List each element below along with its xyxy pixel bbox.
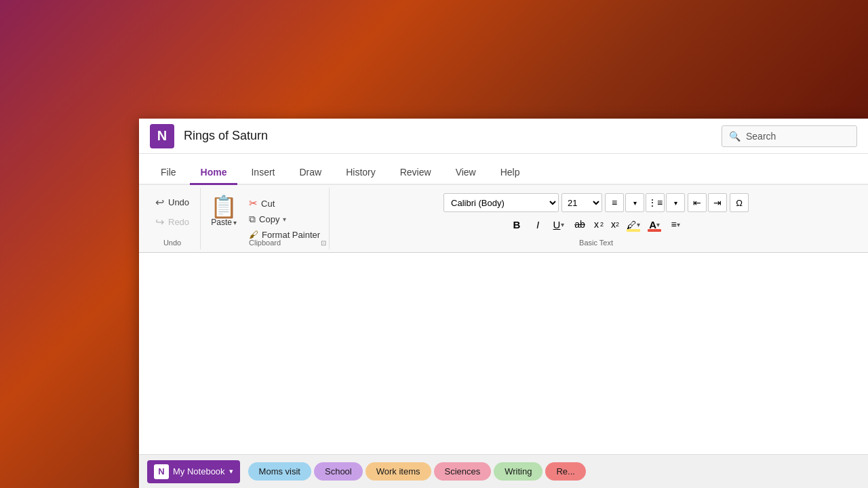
content-area[interactable] bbox=[139, 253, 868, 488]
undo-icon: ↩ bbox=[155, 196, 164, 209]
clipboard-right: ✂ Cut ⧉ Copy ▾ 🖌 Format Painter bbox=[245, 196, 323, 241]
undo-redo-container: ↩ Undo ↪ Redo bbox=[150, 193, 195, 231]
underline-dropdown-icon: ▾ bbox=[561, 221, 564, 228]
clipboard-expand-icon[interactable]: ⊡ bbox=[321, 239, 326, 247]
indent-buttons: ⇤ ⇥ bbox=[688, 193, 727, 212]
title-bar: N Rings of Saturn 🔍 Search bbox=[139, 119, 868, 154]
bullet-list-button[interactable]: ≡ bbox=[605, 193, 624, 212]
font-row2: B I U ▾ ab x2 x2 🖊 bbox=[507, 215, 685, 234]
search-icon: 🔍 bbox=[729, 131, 741, 142]
highlight-dropdown-icon: ▾ bbox=[637, 221, 640, 228]
notebook-bar: N My Notebook ▾ Moms visit School Work i… bbox=[139, 454, 868, 488]
clipboard-group-label: Clipboard bbox=[201, 239, 329, 247]
superscript-label: x bbox=[611, 219, 616, 230]
font-row1: Calibri (Body) 21 ≡ ▾ ⋮≡ ▾ ⇤ ⇥ Ω bbox=[443, 193, 749, 212]
superscript-button[interactable]: x2 bbox=[608, 215, 622, 234]
highlight-icon: 🖊 bbox=[627, 219, 637, 230]
onenote-logo-letter: N bbox=[157, 128, 167, 144]
list-buttons: ≡ ▾ ⋮≡ ▾ bbox=[605, 193, 685, 212]
clipboard-group: 📋 Paste ▾ ✂ Cut ⧉ Copy ▾ bbox=[201, 188, 330, 249]
strikethrough-button[interactable]: ab bbox=[570, 215, 589, 234]
font-color-icon: A bbox=[649, 219, 656, 230]
subscript-label: x bbox=[594, 219, 599, 230]
copy-icon: ⧉ bbox=[249, 214, 256, 225]
decrease-indent-button[interactable]: ⇤ bbox=[688, 193, 707, 212]
superscript-2-label: 2 bbox=[616, 221, 619, 228]
ribbon: ↩ Undo ↪ Redo Undo 📋 Paste ▾ bbox=[139, 185, 868, 253]
tabs-bar: File Home Insert Draw History Review Vie… bbox=[139, 154, 868, 185]
highlight-color-button[interactable]: 🖊 ▾ bbox=[624, 215, 643, 234]
align-icon: ≡ bbox=[671, 219, 676, 230]
font-color-button[interactable]: A ▾ bbox=[645, 215, 664, 234]
redo-icon: ↪ bbox=[155, 216, 164, 228]
undo-group-label: Undo bbox=[144, 239, 200, 247]
section-tab-sciences[interactable]: Sciences bbox=[434, 462, 492, 481]
font-size-select[interactable]: 21 bbox=[561, 193, 602, 212]
notebook-icon: N bbox=[154, 464, 169, 479]
onenote-logo: N bbox=[150, 124, 174, 148]
cut-button[interactable]: ✂ Cut bbox=[245, 196, 323, 211]
align-button[interactable]: ≡ ▾ bbox=[666, 215, 685, 234]
redo-button[interactable]: ↪ Redo bbox=[150, 213, 195, 231]
font-family-select[interactable]: Calibri (Body) bbox=[443, 193, 559, 212]
bold-label: B bbox=[513, 219, 521, 230]
copy-dropdown-icon: ▾ bbox=[283, 216, 286, 223]
numbered-list-button[interactable]: ⋮≡ bbox=[646, 193, 665, 212]
paste-label: Paste bbox=[211, 218, 232, 227]
italic-label: I bbox=[536, 219, 539, 230]
section-tab-work-items[interactable]: Work items bbox=[366, 462, 431, 481]
paste-dropdown-icon: ▾ bbox=[233, 219, 237, 226]
notebook-chevron-icon: ▾ bbox=[229, 467, 233, 476]
notebook-name: My Notebook bbox=[173, 466, 225, 476]
underline-label: U bbox=[553, 219, 561, 230]
copy-button[interactable]: ⧉ Copy ▾ bbox=[245, 212, 323, 226]
redo-label: Redo bbox=[168, 217, 189, 227]
highlight-color-bar bbox=[627, 229, 640, 232]
section-tab-red[interactable]: Re... bbox=[545, 462, 585, 481]
cut-label: Cut bbox=[261, 199, 275, 209]
search-label: Search bbox=[746, 131, 776, 142]
section-tab-writing[interactable]: Writing bbox=[494, 462, 542, 481]
section-tab-moms-visit[interactable]: Moms visit bbox=[248, 462, 311, 481]
tab-review[interactable]: Review bbox=[389, 161, 442, 185]
font-group: Calibri (Body) 21 ≡ ▾ ⋮≡ ▾ ⇤ ⇥ Ω bbox=[330, 188, 863, 249]
basic-text-group-label: Basic Text bbox=[330, 239, 863, 247]
italic-button[interactable]: I bbox=[528, 215, 547, 234]
align-dropdown-icon: ▾ bbox=[677, 221, 680, 228]
tab-insert[interactable]: Insert bbox=[240, 161, 285, 185]
numbered-list-dropdown[interactable]: ▾ bbox=[666, 193, 685, 212]
cut-icon: ✂ bbox=[249, 197, 258, 209]
tab-help[interactable]: Help bbox=[490, 161, 531, 185]
underline-button[interactable]: U ▾ bbox=[549, 215, 568, 234]
increase-indent-button[interactable]: ⇥ bbox=[708, 193, 727, 212]
bold-button[interactable]: B bbox=[507, 215, 526, 234]
tab-file[interactable]: File bbox=[150, 161, 187, 185]
tab-home[interactable]: Home bbox=[190, 161, 238, 185]
undo-label: Undo bbox=[168, 197, 189, 207]
strikethrough-label: ab bbox=[574, 219, 585, 230]
undo-button[interactable]: ↩ Undo bbox=[150, 193, 195, 211]
text-direction-button[interactable]: Ω bbox=[730, 193, 749, 212]
notebook-selector[interactable]: N My Notebook ▾ bbox=[147, 460, 240, 483]
bullet-list-dropdown[interactable]: ▾ bbox=[625, 193, 644, 212]
paste-icon: 📋 bbox=[210, 196, 237, 218]
tab-view[interactable]: View bbox=[445, 161, 487, 185]
font-color-bar bbox=[648, 229, 661, 232]
subscript-2-label: 2 bbox=[600, 221, 604, 228]
undo-group: ↩ Undo ↪ Redo Undo bbox=[144, 188, 201, 249]
paste-button[interactable]: 📋 Paste ▾ bbox=[206, 193, 241, 230]
font-color-dropdown-icon: ▾ bbox=[656, 221, 660, 228]
tab-draw[interactable]: Draw bbox=[288, 161, 332, 185]
copy-label: Copy bbox=[259, 214, 279, 224]
section-tabs: Moms visit School Work items Sciences Wr… bbox=[248, 462, 586, 481]
tab-history[interactable]: History bbox=[335, 161, 387, 185]
subscript-button[interactable]: x2 bbox=[591, 215, 606, 234]
search-box[interactable]: 🔍 Search bbox=[722, 125, 857, 147]
section-tab-school[interactable]: School bbox=[314, 462, 363, 481]
clipboard-inner: 📋 Paste ▾ ✂ Cut ⧉ Copy ▾ bbox=[206, 193, 323, 241]
app-title: Rings of Saturn bbox=[184, 129, 722, 143]
onenote-window: N Rings of Saturn 🔍 Search File Home Ins… bbox=[139, 119, 868, 488]
